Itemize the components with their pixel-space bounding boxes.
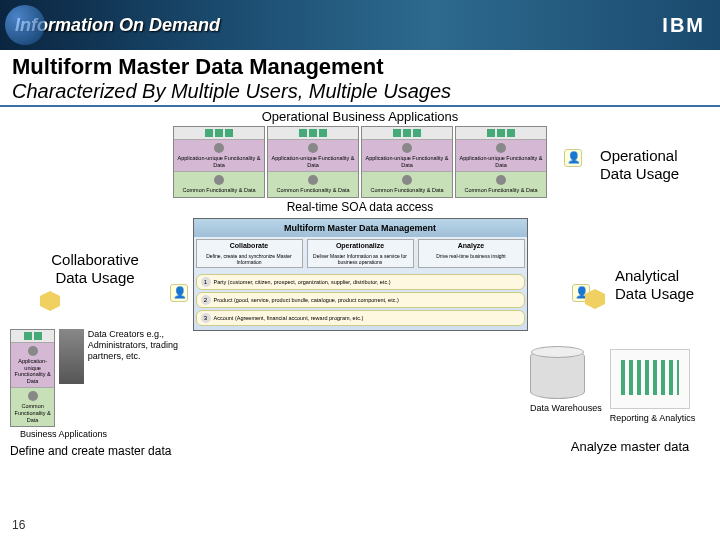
slide-subtitle: Characterized By Multiple Users, Multipl…: [0, 80, 720, 107]
app-common-cell: Common Functionality & Data: [174, 171, 264, 197]
user-icon: [564, 149, 582, 167]
bottom-left-group: Application-unique Functionality & Data …: [10, 329, 210, 458]
define-label: Define and create master data: [10, 444, 210, 458]
page-number: 16: [12, 518, 25, 532]
user-icon: [170, 284, 188, 302]
analyze-label: Analyze master data: [570, 439, 690, 454]
dw-label: Data Warehouses: [530, 403, 602, 413]
app-box: Application-unique Functionality & Data …: [267, 126, 359, 198]
mdm-row-party: 1Party (customer, citizen, prospect, org…: [196, 274, 525, 290]
mdm-box: Multiform Master Data Management Collabo…: [193, 218, 528, 331]
banner-title: Information On Demand: [15, 15, 220, 36]
slide-title: Multiform Master Data Management: [0, 50, 720, 80]
mdm-row-account: 3Account (Agreement, financial account, …: [196, 310, 525, 326]
gear-icon: [214, 143, 224, 153]
reporting-label: Reporting & Analytics: [610, 413, 696, 423]
ibm-logo: IBM: [662, 14, 705, 37]
app-box: Application-unique Functionality & Data …: [173, 126, 265, 198]
hex-icon: [40, 291, 60, 311]
chart-placeholder: [610, 349, 690, 409]
database-icon: [530, 349, 585, 399]
operational-label: Operational Data Usage: [600, 147, 700, 183]
mdm-col-analyze: Analyze Drive real-time business insight: [418, 239, 525, 268]
app-box: Application-unique Functionality & Data …: [455, 126, 547, 198]
analytical-label: Analytical Data Usage: [615, 267, 710, 303]
soa-label: Real-time SOA data access: [10, 200, 710, 214]
mdm-row-product: 2Product (good, service, product bundle,…: [196, 292, 525, 308]
app-box: Application-unique Functionality & Data …: [361, 126, 453, 198]
app-box-small: Application-unique Functionality & Data …: [10, 329, 55, 427]
collaborative-label: Collaborative Data Usage: [35, 251, 155, 287]
mdm-title: Multiform Master Data Management: [194, 219, 527, 237]
business-apps-label: Business Applications: [20, 429, 210, 440]
top-section-label: Operational Business Applications: [10, 109, 710, 124]
bottom-right-group: Data Warehouses Reporting & Analytics: [530, 349, 710, 423]
mdm-col-operationalize: Operationalize Deliver Master Informatio…: [307, 239, 414, 268]
mdm-col-collaborate: Collaborate Define, create and synchroni…: [196, 239, 303, 268]
top-banner: Information On Demand IBM: [0, 0, 720, 50]
app-unique-cell: Application-unique Functionality & Data: [174, 139, 264, 171]
gear-icon: [214, 175, 224, 185]
app-icon-row: [174, 127, 264, 139]
globe-graphic: [5, 5, 45, 45]
person-photo: [59, 329, 84, 384]
data-creators-text: Data Creators e.g., Administrators, trad…: [88, 329, 210, 384]
